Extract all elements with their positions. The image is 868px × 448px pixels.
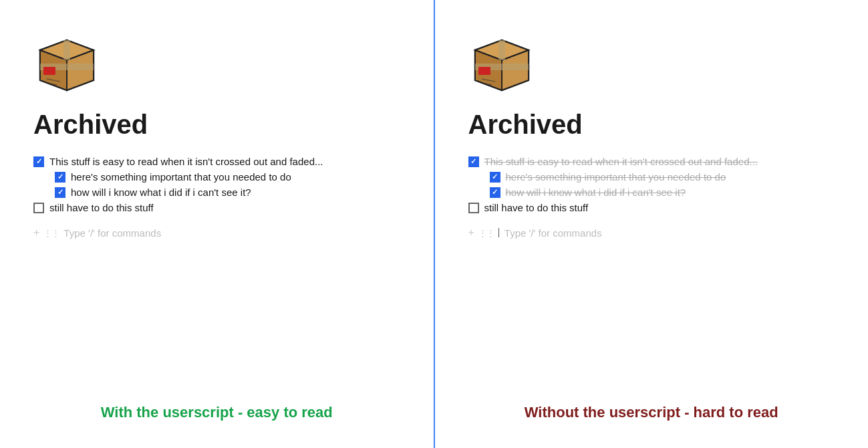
svg-marker-14 bbox=[498, 40, 505, 60]
right-checkbox-4[interactable] bbox=[468, 203, 479, 213]
right-todo-text-3: how will i know what i did if i can't se… bbox=[506, 187, 686, 198]
left-new-item-placeholder[interactable]: Type '/' for commands bbox=[63, 227, 161, 239]
left-todo-list: ✓ This stuff is easy to read when it isn… bbox=[33, 156, 400, 213]
left-todo-item-3: ✓ how will i know what i did if i can't … bbox=[55, 187, 400, 198]
box-icon-right bbox=[468, 27, 535, 94]
left-plus-icon: + bbox=[33, 227, 39, 239]
right-todo-text-2: here's something important that you need… bbox=[506, 171, 726, 183]
right-checkbox-1[interactable]: ✓ bbox=[468, 156, 479, 167]
right-page-title: Archived bbox=[468, 110, 583, 140]
box-icon-left bbox=[33, 27, 100, 94]
left-drag-icon: ⋮⋮ bbox=[43, 228, 59, 238]
right-todo-item-4: still have to do this stuff bbox=[468, 202, 835, 213]
right-new-item-placeholder[interactable]: Type '/' for commands bbox=[504, 227, 602, 239]
left-todo-text-2: here's something important that you need… bbox=[71, 171, 291, 183]
right-todo-item-3: ✓ how will i know what i did if i can't … bbox=[490, 187, 835, 198]
left-todo-text-3: how will i know what i did if i can't se… bbox=[71, 187, 251, 198]
right-text-cursor bbox=[498, 228, 499, 237]
left-new-item-row: + ⋮⋮ Type '/' for commands bbox=[33, 227, 161, 239]
right-caption: Without the userscript - hard to read bbox=[468, 404, 835, 421]
right-todo-item-2: ✓ here's something important that you ne… bbox=[490, 171, 835, 183]
right-new-item-row: + ⋮⋮ Type '/' for commands bbox=[468, 227, 602, 239]
left-page-title: Archived bbox=[33, 110, 148, 140]
left-checkbox-4[interactable] bbox=[33, 203, 44, 213]
left-checkbox-2[interactable]: ✓ bbox=[55, 172, 65, 183]
right-drag-icon: ⋮⋮ bbox=[478, 228, 494, 238]
left-todo-item-1: ✓ This stuff is easy to read when it isn… bbox=[33, 156, 400, 167]
left-todo-item-4: still have to do this stuff bbox=[33, 202, 400, 213]
left-todo-item-2: ✓ here's something important that you ne… bbox=[55, 171, 400, 183]
right-todo-text-1: This stuff is easy to read when it isn't… bbox=[484, 156, 758, 167]
svg-rect-15 bbox=[478, 67, 490, 75]
left-todo-text-4: still have to do this stuff bbox=[49, 202, 154, 213]
right-todo-item-1: ✓ This stuff is easy to read when it isn… bbox=[468, 156, 835, 167]
left-panel: Archived ✓ This stuff is easy to read wh… bbox=[0, 0, 434, 448]
right-checkbox-2[interactable]: ✓ bbox=[490, 172, 500, 183]
right-plus-icon: + bbox=[468, 227, 474, 239]
left-todo-text-1: This stuff is easy to read when it isn't… bbox=[49, 156, 323, 167]
left-checkbox-3[interactable]: ✓ bbox=[55, 187, 65, 198]
left-caption: With the userscript - easy to read bbox=[33, 404, 400, 421]
right-todo-text-4: still have to do this stuff bbox=[484, 202, 589, 213]
svg-marker-5 bbox=[63, 40, 70, 60]
svg-rect-6 bbox=[43, 67, 55, 75]
right-todo-list: ✓ This stuff is easy to read when it isn… bbox=[468, 156, 835, 213]
right-checkbox-3[interactable]: ✓ bbox=[490, 187, 500, 198]
left-checkbox-1[interactable]: ✓ bbox=[33, 156, 44, 167]
right-panel: Archived ✓ This stuff is easy to read wh… bbox=[435, 0, 869, 448]
